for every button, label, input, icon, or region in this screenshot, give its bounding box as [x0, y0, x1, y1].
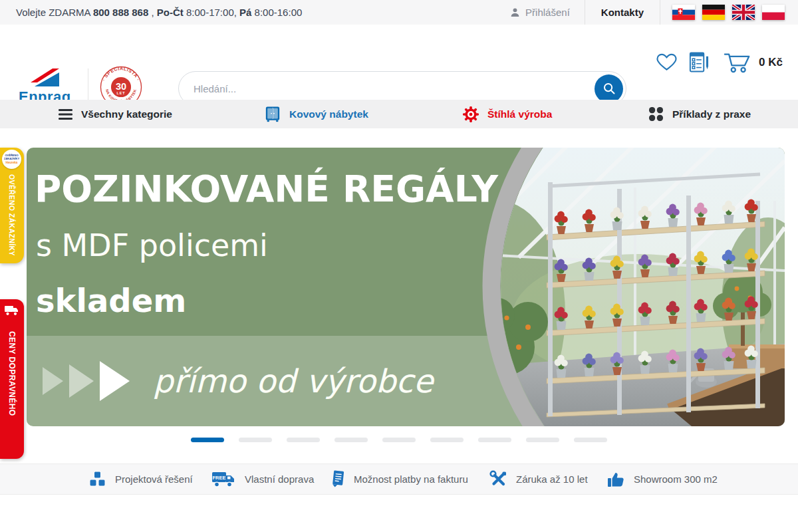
nav-label: Příklady z praxe [672, 108, 751, 120]
opening-days-1: Po-Čt [157, 7, 184, 18]
phone-number: 800 888 868 [93, 7, 148, 18]
polish-flag-icon[interactable] [762, 5, 785, 20]
nav-all-categories[interactable]: Všechny kategorie [59, 100, 172, 128]
opening-hours-1: 8:00-17:00, [184, 7, 239, 18]
tab-label: CENY DOPRAVNÉHO [7, 331, 17, 416]
header: Enprag · SPECIALISTA · NA KOVOVÝ NÁBYTEK… [0, 25, 798, 100]
nav-practice-examples[interactable]: Příklady z praxe [648, 100, 751, 128]
login-link[interactable]: Přihlášení [495, 0, 585, 25]
search-input[interactable] [179, 83, 595, 94]
invoice-icon [331, 470, 345, 488]
feature-label: Projektová řešení [115, 473, 193, 485]
nav-metal-furniture[interactable]: Kovový nábytek [265, 100, 368, 128]
feature-label: Vlastní doprava [245, 473, 314, 485]
login-label: Přihlášení [525, 7, 570, 18]
heureka-badge: OVĚŘENO ZÁKAZNÍKY Heureka [2, 150, 21, 169]
feature-invoice-payment: Možnost platby na fakturu [331, 464, 468, 494]
free-truck-icon: FREE [211, 470, 236, 488]
nav-lean-production[interactable]: Štíhlá výroba [463, 100, 552, 128]
cubes-icon [88, 471, 106, 487]
carousel-dot[interactable] [478, 438, 511, 442]
language-switcher [660, 0, 798, 25]
hero-subtitle: s MDF policemi [36, 227, 268, 263]
order-list-icon [688, 51, 710, 73]
verified-customers-tab[interactable]: OVĚŘENO ZÁKAZNÍKY Heureka OVĚŘENO ZÁKAZN… [0, 148, 24, 263]
separator-text: , [148, 7, 157, 18]
nav-label: Kovový nábytek [289, 108, 368, 120]
hero-title: POZINKOVANÉ REGÁLY [35, 168, 498, 210]
opening-hours-2: 8:00-16:00 [251, 7, 302, 18]
heart-icon [656, 53, 678, 72]
nav-label: Štíhlá výroba [487, 108, 552, 120]
carousel-dot[interactable] [334, 438, 368, 442]
triangle-icon [100, 361, 130, 401]
order-list-button[interactable] [688, 25, 710, 100]
carousel-dot[interactable] [239, 438, 272, 442]
topbar-right: Přihlášení Kontakty [495, 0, 798, 25]
shipping-prices-tab[interactable]: CENY DOPRAVNÉHO [0, 299, 24, 459]
hero-photo [472, 148, 785, 426]
menu-icon [59, 109, 72, 120]
cart-button[interactable]: 0 Kč [724, 25, 783, 100]
features-bar: Projektová řešení FREE Vlastní doprava [0, 464, 798, 495]
badge-line: Heureka [6, 161, 18, 164]
british-flag-icon[interactable] [732, 5, 755, 20]
svg-text:30: 30 [116, 81, 126, 92]
feature-project-solutions: Projektová řešení [88, 464, 193, 494]
svg-text:LET: LET [116, 91, 125, 95]
carousel-dot[interactable] [526, 438, 559, 442]
cart-icon [724, 51, 751, 74]
feature-warranty: Záruka až 10 let [489, 464, 588, 494]
carousel-dot[interactable] [382, 438, 416, 442]
feature-label: Možnost platby na fakturu [354, 473, 468, 485]
triangle-icon [69, 364, 94, 398]
thumbs-up-icon [607, 471, 625, 488]
slovak-flag-icon[interactable] [672, 5, 695, 20]
page: Volejte ZDARMA 800 888 868 , Po-Čt 8:00-… [0, 0, 798, 532]
carousel-dot[interactable] [191, 438, 224, 442]
main-navigation: Všechny kategorie Kovový nábytek [0, 100, 798, 128]
opening-days-2: Pá [239, 7, 251, 18]
nav-label: Všechny kategorie [81, 108, 172, 120]
gear-icon [463, 106, 479, 122]
cart-total: 0 Kč [759, 56, 783, 69]
triangle-icon [43, 367, 63, 395]
carousel-dot[interactable] [430, 438, 464, 442]
feature-label: Záruka až 10 let [516, 473, 588, 485]
enprag-logo-mark-icon[interactable] [31, 65, 60, 87]
wishlist-button[interactable] [656, 25, 678, 100]
carousel-dot[interactable] [574, 438, 607, 442]
phone-info: Volejte ZDARMA 800 888 868 , Po-Čt 8:00-… [0, 0, 302, 25]
tab-label: OVĚŘENO ZÁKAZNÍKY [8, 174, 16, 256]
carousel-dot[interactable] [287, 438, 320, 442]
feature-showroom: Showroom 300 m2 [607, 464, 718, 494]
hero-highlight: skladem [36, 282, 186, 319]
cabinet-icon [265, 106, 281, 122]
feature-own-transport: FREE Vlastní doprava [211, 464, 314, 494]
person-icon [510, 7, 520, 17]
truck-icon [5, 305, 19, 316]
feature-label: Showroom 300 m2 [634, 473, 718, 485]
german-flag-icon[interactable] [702, 5, 725, 20]
carousel-indicators [0, 438, 798, 442]
search-icon [602, 82, 616, 95]
call-label: Volejte ZDARMA [16, 7, 93, 18]
tools-icon [489, 470, 507, 488]
svg-text:FREE: FREE [212, 475, 225, 481]
topbar: Volejte ZDARMA 800 888 868 , Po-Čt 8:00-… [0, 0, 798, 25]
search-button[interactable] [595, 74, 623, 103]
grid-icon [648, 106, 664, 122]
hero-tagline: přímo od výrobce [153, 362, 433, 400]
hero-banner[interactable]: přímo od výrobce [27, 148, 785, 426]
contacts-link[interactable]: Kontakty [585, 0, 660, 25]
